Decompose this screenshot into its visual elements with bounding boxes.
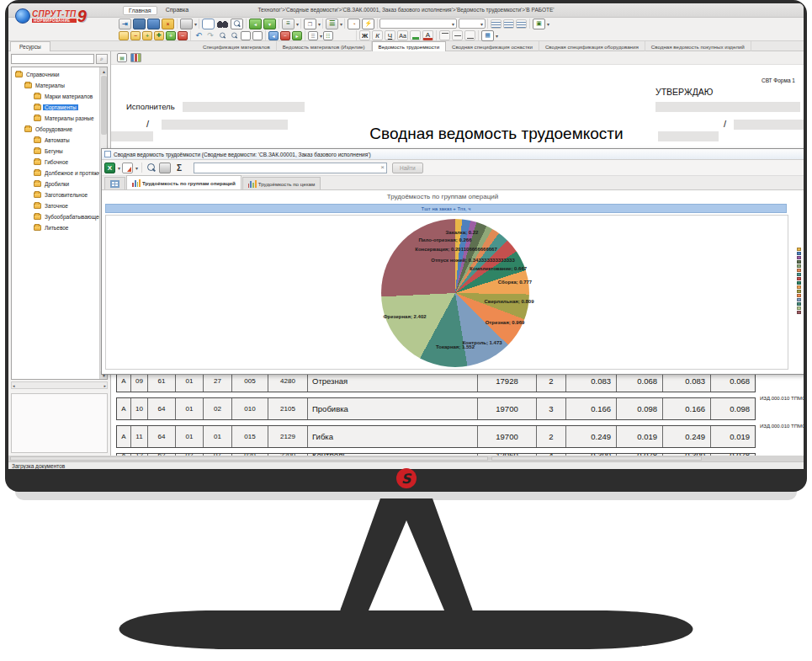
approve-sign-field[interactable]: [734, 120, 804, 130]
report-tab-1[interactable]: Трудоёмкость по цехам: [242, 177, 321, 189]
export-pdf-icon[interactable]: [122, 163, 133, 173]
doc-tab-1[interactable]: Ведомость материалов (Изделие): [277, 41, 372, 51]
insert-table-caret-icon[interactable]: ▾: [496, 33, 498, 39]
executor-field[interactable]: [183, 102, 305, 112]
excel-caret-icon[interactable]: ▾: [118, 165, 120, 171]
tree-item-13[interactable]: Зубообрабатывающее: [13, 211, 107, 222]
tree-item-1[interactable]: Материалы: [13, 80, 107, 91]
copy-icon[interactable]: ❐: [304, 19, 316, 29]
doc-tab-0[interactable]: Спецификация материалов: [197, 41, 277, 51]
tree-add-icon[interactable]: +: [142, 31, 152, 40]
pane-close-icon[interactable]: −: [280, 31, 290, 40]
copy-caret-icon[interactable]: ▾: [318, 21, 321, 27]
legend-swatch-14[interactable]: [797, 307, 801, 310]
legend-swatch-12[interactable]: [797, 298, 801, 301]
tree-item-12[interactable]: Заточное: [13, 200, 107, 211]
scroll-right-icon[interactable]: ▸: [103, 383, 106, 388]
delete-item-icon[interactable]: −: [178, 31, 188, 40]
insert-left-icon[interactable]: ◂: [249, 19, 262, 29]
table-row-2[interactable]: А116401010152129Гибка1970020.2490.0190.2…: [116, 425, 756, 448]
menu-help[interactable]: Справка: [161, 6, 194, 15]
tree-remove-icon[interactable]: −: [130, 31, 141, 40]
bottom-scrollband[interactable]: [8, 456, 804, 461]
legend-swatch-6[interactable]: [797, 273, 801, 276]
align-left-icon[interactable]: [491, 19, 502, 29]
page-icon[interactable]: [241, 31, 251, 40]
font-name-select[interactable]: ▾: [379, 19, 457, 29]
resources-search-input[interactable]: [11, 54, 94, 64]
list-caret-icon[interactable]: ▾: [296, 21, 299, 27]
zoom-out-icon[interactable]: [229, 31, 239, 40]
scroll-thumb[interactable]: [101, 76, 107, 135]
redo-icon[interactable]: ↷: [205, 31, 215, 40]
report-search-input[interactable]: ×: [194, 163, 387, 173]
legend-swatch-1[interactable]: [797, 252, 801, 255]
report-tab-0[interactable]: Трудоёмкость по группам операций: [126, 175, 241, 189]
outline-icon[interactable]: ☰: [308, 31, 318, 40]
executor-sign-field[interactable]: [162, 120, 288, 130]
resources-panel-tab[interactable]: Ресурсы: [10, 41, 50, 51]
legend-swatch-2[interactable]: [797, 256, 801, 259]
chart-report-icon[interactable]: [130, 53, 141, 62]
tree-add-child-icon[interactable]: ✚: [154, 31, 164, 40]
legend-swatch-3[interactable]: [797, 260, 801, 264]
insert-object-caret-icon[interactable]: ▾: [547, 21, 549, 27]
document-preview-icon[interactable]: [231, 19, 243, 29]
legend-swatch-9[interactable]: [797, 285, 801, 289]
layers-icon[interactable]: ☰: [326, 19, 338, 29]
export-excel-icon[interactable]: X: [104, 163, 115, 173]
undo-icon[interactable]: ↶: [194, 31, 204, 40]
doc-tab-2[interactable]: Ведомость трудоемкости: [372, 41, 447, 51]
scroll-left-icon[interactable]: ◂: [13, 383, 15, 388]
briefcase-icon[interactable]: [133, 19, 146, 29]
approve-field[interactable]: [655, 102, 800, 112]
zoom-in-icon[interactable]: [217, 31, 227, 40]
tree-item-3[interactable]: Сортаменты: [13, 102, 107, 113]
doc-tab-5[interactable]: Сводная ведомость покупных изделий: [645, 41, 751, 51]
preview-icon[interactable]: [146, 163, 157, 173]
hscrollbar-right[interactable]: [491, 456, 702, 461]
exit-icon[interactable]: ⇥: [119, 19, 131, 29]
underline-button[interactable]: Ч: [385, 30, 395, 40]
pages-icon[interactable]: [252, 31, 263, 40]
sum-icon[interactable]: Σ: [173, 163, 185, 173]
tree-item-2[interactable]: Марки материалов: [13, 91, 107, 102]
legend-swatch-8[interactable]: [797, 281, 801, 285]
insert-table-icon[interactable]: ▦: [481, 30, 494, 41]
legend-swatch-5[interactable]: [797, 269, 801, 272]
tree-hscrollbar[interactable]: ◂▸: [11, 381, 108, 389]
legend-swatch-0[interactable]: [797, 248, 801, 251]
tree-item-11[interactable]: Заготовительное: [13, 189, 107, 200]
print-caret-icon[interactable]: ▾: [194, 21, 197, 27]
history-icon[interactable]: ◔: [348, 19, 360, 29]
pane-add-icon[interactable]: ▸: [292, 31, 302, 40]
tree-edit-icon[interactable]: [119, 31, 129, 40]
doc-tab-3[interactable]: Сводная спецификация оснастки: [446, 41, 539, 51]
layers-caret-icon[interactable]: ▾: [340, 21, 342, 27]
report-print-icon[interactable]: [159, 163, 171, 173]
border-bottom-button[interactable]: [464, 30, 475, 40]
save-icon[interactable]: [147, 19, 160, 29]
find-button[interactable]: Найти: [392, 163, 423, 173]
legend-swatch-15[interactable]: [797, 311, 801, 314]
tree-item-6[interactable]: Автоматы: [13, 135, 107, 146]
print-icon[interactable]: [180, 19, 193, 29]
folder-export-icon[interactable]: ×: [162, 19, 174, 29]
resources-filter-button[interactable]: ⌕: [96, 54, 108, 64]
report-tab-grid[interactable]: [104, 177, 125, 189]
tree-item-14[interactable]: Литьевое: [13, 222, 107, 233]
legend-swatch-13[interactable]: [797, 302, 801, 306]
font-size-select[interactable]: ▾: [459, 19, 486, 29]
border-top-button[interactable]: [439, 30, 450, 40]
search-binoculars-icon[interactable]: [216, 19, 229, 29]
font-color-button[interactable]: А: [422, 30, 433, 40]
table-row-1[interactable]: А106401020102105Пробивка1970030.1660.098…: [116, 397, 756, 420]
tree-item-0[interactable]: Справочники: [13, 69, 107, 80]
legend-swatch-10[interactable]: [797, 290, 801, 293]
hscrollbar-left[interactable]: [10, 456, 488, 461]
legend-swatch-4[interactable]: [797, 264, 801, 268]
menu-home[interactable]: Главная: [123, 6, 157, 15]
tree-item-5[interactable]: Оборудование: [13, 124, 107, 135]
align-right-icon[interactable]: [516, 19, 527, 29]
case-button[interactable]: Аа: [397, 30, 408, 40]
